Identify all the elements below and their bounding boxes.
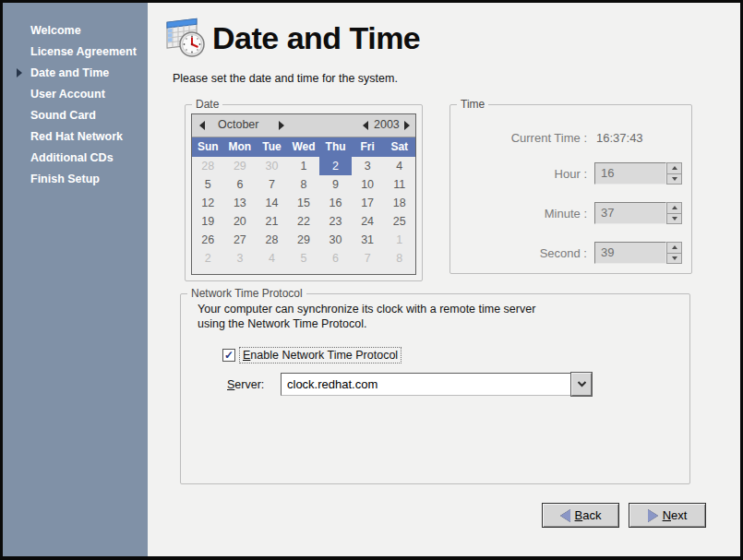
sidebar-item-user-account[interactable]: User Account	[3, 84, 148, 105]
time-group-label: Time	[457, 98, 488, 111]
calendar-day[interactable]: 30	[256, 157, 288, 175]
calendar-day[interactable]: 12	[192, 194, 224, 212]
sidebar-item-label: Red Hat Network	[30, 130, 123, 143]
calendar-day-names: SunMonTueWedThuFriSat	[192, 137, 415, 157]
calendar-day[interactable]: 1	[383, 231, 415, 249]
sidebar-item-red-hat-network[interactable]: Red Hat Network	[3, 126, 148, 148]
calendar-day[interactable]: 3	[352, 157, 384, 175]
calendar-day-selected[interactable]: 2	[319, 157, 352, 175]
setup-wizard-window: WelcomeLicense AgreementDate and TimeUse…	[0, 0, 743, 560]
calendar-header: October 2003	[192, 114, 415, 137]
server-label: Server:	[227, 378, 281, 391]
calendar-day[interactable]: 18	[383, 194, 415, 212]
calendar-day[interactable]: 6	[319, 249, 352, 268]
calendar-day[interactable]: 2	[192, 249, 224, 268]
hour-up-button[interactable]	[666, 162, 682, 174]
calendar-day[interactable]: 4	[383, 157, 415, 175]
calendar-day[interactable]: 10	[352, 175, 384, 194]
calendar-day[interactable]: 5	[192, 175, 224, 194]
calendar-day[interactable]: 14	[256, 194, 288, 212]
sidebar-item-sound-card[interactable]: Sound Card	[3, 105, 148, 126]
calendar-day[interactable]: 8	[383, 249, 415, 268]
calendar-day[interactable]: 9	[319, 175, 352, 194]
hour-input[interactable]: 16	[594, 162, 666, 185]
prev-month-arrow[interactable]	[199, 121, 205, 130]
calendar-day[interactable]: 3	[224, 249, 257, 268]
ntp-groupbox: Network Time Protocol Your computer can …	[180, 293, 690, 484]
second-up-button[interactable]	[666, 242, 682, 254]
sidebar-item-license-agreement[interactable]: License Agreement	[3, 42, 148, 63]
calendar-day[interactable]: 1	[288, 157, 320, 175]
calendar-day[interactable]: 28	[192, 157, 224, 175]
date-group-label: Date	[192, 98, 222, 111]
hour-down-button[interactable]	[666, 174, 682, 185]
server-row: Server: clock.redhat.com	[227, 373, 592, 396]
enable-ntp-checkbox[interactable]: ✓	[222, 349, 235, 362]
calendar-day[interactable]: 15	[288, 194, 320, 212]
sidebar-item-additional-cds[interactable]: Additional CDs	[3, 148, 148, 169]
server-input[interactable]: clock.redhat.com	[281, 373, 571, 396]
calendar-clock-icon	[161, 15, 207, 59]
next-year-arrow[interactable]	[404, 121, 410, 130]
calendar-day[interactable]: 22	[288, 212, 320, 231]
calendar-day[interactable]: 11	[383, 175, 415, 194]
calendar-month: October	[218, 118, 258, 131]
sidebar-item-date-and-time[interactable]: Date and Time	[3, 63, 148, 84]
calendar-day[interactable]: 4	[256, 249, 288, 268]
page-subtitle: Please set the date and time for the sys…	[173, 72, 398, 85]
calendar-day[interactable]: 31	[352, 231, 384, 249]
sidebar-item-label: License Agreement	[30, 45, 137, 58]
calendar-day[interactable]: 25	[383, 212, 415, 231]
calendar-day[interactable]: 20	[224, 212, 257, 231]
calendar-day[interactable]: 24	[352, 212, 384, 231]
server-dropdown-button[interactable]	[571, 373, 592, 396]
calendar-day[interactable]: 13	[224, 194, 257, 212]
minute-input[interactable]: 37	[594, 202, 666, 224]
next-arrow-icon	[648, 509, 658, 522]
second-down-button[interactable]	[666, 254, 682, 265]
next-button[interactable]: Next	[629, 503, 706, 528]
calendar-day[interactable]: 28	[256, 231, 288, 249]
calendar-day[interactable]: 17	[352, 194, 384, 212]
day-name-fri: Fri	[352, 137, 384, 157]
sidebar-item-label: User Account	[30, 88, 105, 101]
calendar-day[interactable]: 7	[256, 175, 288, 194]
second-row: Second : 39	[450, 242, 691, 264]
minute-down-button[interactable]	[666, 214, 682, 225]
prev-year-arrow[interactable]	[363, 121, 368, 130]
minute-row: Minute : 37	[450, 202, 691, 224]
day-name-sat: Sat	[383, 137, 415, 157]
sidebar-item-label: Sound Card	[30, 109, 96, 122]
calendar-day[interactable]: 21	[256, 212, 288, 231]
calendar-day[interactable]: 29	[288, 231, 320, 249]
sidebar-item-welcome[interactable]: Welcome	[3, 20, 148, 42]
next-button-label: Next	[663, 508, 688, 522]
down-arrow-icon	[672, 177, 677, 181]
minute-up-button[interactable]	[666, 202, 682, 214]
calendar-day[interactable]: 6	[224, 175, 257, 194]
calendar-day[interactable]: 19	[192, 212, 224, 231]
sidebar-item-label: Date and Time	[30, 66, 109, 79]
up-arrow-icon	[672, 206, 677, 209]
day-name-tue: Tue	[256, 137, 288, 157]
calendar-day[interactable]: 16	[319, 194, 352, 212]
calendar-day[interactable]: 27	[224, 231, 257, 249]
calendar-day[interactable]: 7	[352, 249, 384, 268]
calendar-day[interactable]: 30	[319, 231, 352, 249]
current-time-row: Current Time : 16:37:43	[450, 131, 691, 145]
calendar-day[interactable]: 23	[319, 212, 352, 231]
current-step-arrow-icon	[17, 68, 22, 77]
minute-label: Minute :	[450, 207, 587, 220]
calendar-day[interactable]: 26	[192, 231, 224, 249]
ntp-description-line2: using the Network Time Protocol.	[198, 317, 366, 330]
calendar-day[interactable]: 5	[288, 249, 320, 268]
enable-ntp-label[interactable]: Enable Network Time Protocol	[239, 347, 401, 363]
calendar-day[interactable]: 29	[224, 157, 257, 175]
sidebar-item-label: Welcome	[30, 24, 81, 37]
next-month-arrow[interactable]	[279, 121, 284, 130]
hour-spinner	[666, 162, 682, 185]
calendar-day[interactable]: 8	[288, 175, 320, 194]
second-input[interactable]: 39	[594, 242, 666, 264]
back-button[interactable]: Back	[542, 503, 619, 528]
sidebar-item-finish-setup[interactable]: Finish Setup	[3, 169, 148, 190]
